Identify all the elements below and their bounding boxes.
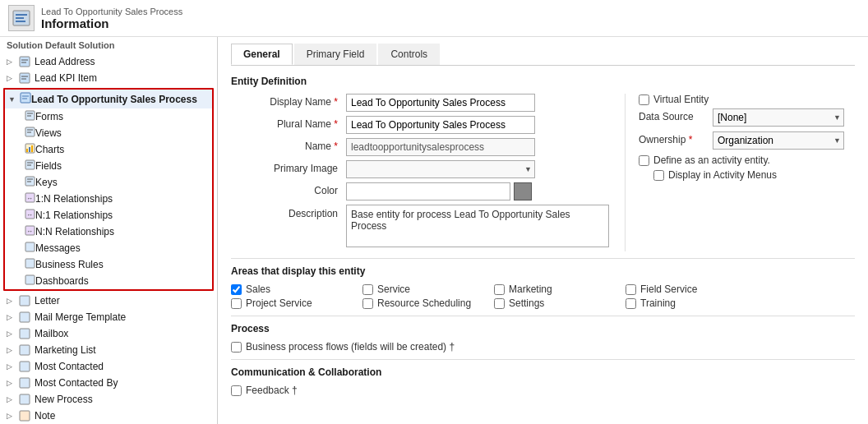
sidebar-child-1n[interactable]: ↔ 1:N Relationships (5, 191, 212, 207)
feedback-label: Feedback † (246, 385, 298, 396)
sidebar-child-views[interactable]: Views (5, 125, 212, 141)
area-field-service-checkbox[interactable] (626, 284, 636, 295)
data-source-row: Data Source [None] ▼ (639, 108, 855, 127)
entity-icon (18, 71, 31, 85)
n1-icon: ↔ (25, 209, 35, 222)
name-value (346, 138, 625, 156)
svg-rect-41 (20, 345, 30, 355)
child-label: Forms (35, 111, 63, 122)
entity-icon (18, 376, 31, 389)
area-project-service-label: Project Service (246, 297, 312, 309)
header-title: Lead To Opportunity Sales Process (41, 7, 182, 16)
sidebar-item-label: Note (35, 410, 55, 422)
area-training-checkbox[interactable] (626, 298, 636, 309)
child-label: Charts (35, 144, 64, 155)
area-marketing-label: Marketing (509, 283, 552, 295)
sidebar-child-messages[interactable]: Messages (5, 240, 212, 256)
description-value: Base entity for process Lead To Opportun… (346, 205, 625, 247)
areas-grid: Sales Service Marketing Field Service Pr… (231, 283, 855, 309)
sidebar-child-forms[interactable]: Forms (5, 108, 212, 125)
sidebar-child-fields[interactable]: Fields (5, 158, 212, 174)
area-marketing-checkbox[interactable] (494, 284, 505, 295)
sidebar-group-header[interactable]: ▼ Lead To Opportunity Sales Process (5, 90, 212, 108)
messages-icon (25, 242, 35, 255)
svg-rect-35 (25, 242, 35, 251)
feedback-checkbox[interactable] (231, 385, 242, 396)
tab-general[interactable]: General (231, 44, 293, 65)
svg-rect-39 (20, 312, 30, 322)
area-sales-checkbox[interactable] (231, 284, 242, 295)
header: Lead To Opportunity Sales Process Inform… (0, 0, 868, 37)
tab-controls[interactable]: Controls (378, 44, 440, 65)
virtual-entity-label: Virtual Entity (653, 94, 709, 105)
sidebar-child-business-rules[interactable]: Business Rules (5, 256, 212, 273)
sidebar-child-dashboards[interactable]: Dashboards (5, 273, 212, 289)
sidebar-item-lead-kpi[interactable]: ▷ Lead KPI Item (0, 70, 217, 86)
sidebar-child-n1[interactable]: ↔ N:1 Relationships (5, 207, 212, 224)
sidebar-item-lead-address[interactable]: ▷ Lead Address (0, 53, 217, 70)
define-activity-row: Define as an activity entity. (639, 154, 855, 166)
area-settings-checkbox[interactable] (494, 298, 505, 309)
description-row: Description Base entity for process Lead… (231, 205, 625, 247)
display-name-input[interactable] (346, 94, 535, 112)
color-input[interactable] (346, 182, 510, 200)
sidebar-item-letter[interactable]: ▷ Letter (0, 293, 217, 309)
primary-image-row: Primary Image ▼ (231, 160, 625, 178)
display-activity-checkbox[interactable] (653, 170, 664, 181)
tab-primary-field[interactable]: Primary Field (294, 44, 377, 65)
svg-rect-1 (16, 14, 27, 16)
group-label: Lead To Opportunity Sales Process (31, 94, 197, 105)
primary-image-value: ▼ (346, 160, 625, 178)
sidebar-item-note[interactable]: ▷ Note (0, 408, 217, 424)
svg-text:↔: ↔ (26, 195, 33, 202)
sidebar-item-mail-merge[interactable]: ▷ Mail Merge Template (0, 309, 217, 325)
svg-rect-22 (31, 145, 33, 152)
area-resource-scheduling-checkbox[interactable] (362, 298, 373, 309)
sidebar-item-new-process[interactable]: ▷ New Process (0, 391, 217, 408)
plural-name-input[interactable] (346, 116, 535, 134)
nn-icon: ↔ (25, 225, 35, 238)
area-project-service-checkbox[interactable] (231, 298, 242, 309)
sidebar-child-keys[interactable]: Keys (5, 174, 212, 191)
data-source-label: Data Source (639, 108, 713, 122)
sidebar-item-mailbox[interactable]: ▷ Mailbox (0, 325, 217, 342)
sidebar-item-most-contacted[interactable]: ▷ Most Contacted (0, 358, 217, 375)
color-value (346, 182, 625, 200)
display-name-row: Display Name * (231, 94, 625, 112)
child-label: Keys (35, 177, 58, 188)
expand-icon: ▷ (7, 313, 16, 321)
ownership-select[interactable]: Organization (713, 131, 844, 150)
svg-rect-21 (29, 147, 30, 152)
sidebar-child-charts[interactable]: Charts (5, 141, 212, 158)
area-service-checkbox[interactable] (362, 284, 373, 295)
data-source-select[interactable]: [None] (713, 108, 844, 127)
expand-icon: ▷ (7, 330, 16, 338)
keys-icon (25, 176, 35, 189)
entity-icon (18, 55, 31, 68)
svg-text:↔: ↔ (26, 211, 33, 219)
expand-icon: ▷ (7, 362, 16, 371)
business-process-checkbox[interactable] (231, 342, 242, 353)
area-settings: Settings (494, 297, 626, 309)
name-input[interactable] (346, 138, 535, 156)
ownership-value: Organization ▼ (713, 131, 855, 150)
name-label: Name * (231, 138, 346, 152)
entity-icon (18, 393, 31, 406)
feedback-row: Feedback † (231, 385, 855, 396)
virtual-entity-checkbox[interactable] (639, 94, 649, 105)
process-header: Process (231, 323, 855, 334)
define-activity-checkbox[interactable] (639, 155, 649, 166)
sidebar-item-label: Letter (35, 295, 60, 306)
color-picker-button[interactable] (514, 182, 532, 200)
sidebar-item-marketing-list[interactable]: ▷ Marketing List (0, 342, 217, 358)
sidebar-item-most-contacted-by[interactable]: ▷ Most Contacted By (0, 375, 217, 391)
svg-rect-10 (21, 93, 30, 103)
child-label: Views (35, 127, 62, 139)
sidebar-child-nn[interactable]: ↔ N:N Relationships (5, 224, 212, 240)
ownership-row: Ownership * Organization ▼ (639, 131, 855, 150)
expand-icon: ▷ (7, 379, 16, 387)
color-row: Color (231, 182, 625, 200)
svg-rect-42 (20, 362, 30, 371)
primary-image-select[interactable] (346, 160, 535, 178)
form-left-col: Display Name * Plural Name * (231, 94, 625, 251)
